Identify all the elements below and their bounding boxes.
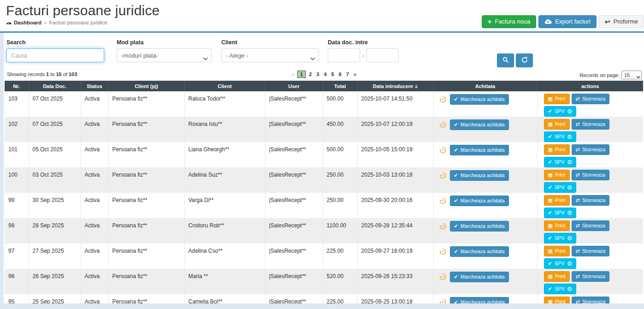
cell-user: |SalesRecept** (265, 269, 323, 294)
mark-paid-button[interactable]: ✔ Marcheaza achitata (450, 221, 509, 232)
pagination-page-1[interactable]: 1 (297, 71, 306, 78)
check-icon: ✔ (454, 274, 458, 279)
history-icon[interactable] (439, 172, 446, 180)
storno-button[interactable]: ⇄ Storneaza (572, 195, 609, 206)
mark-paid-button[interactable]: ✔ Marcheaza achitata (450, 196, 509, 206)
history-icon[interactable] (439, 273, 446, 282)
spv-button[interactable]: ✔ SPV ⚙ (544, 131, 577, 142)
history-icon[interactable] (439, 223, 446, 231)
print-button[interactable]: ▦ Print (544, 94, 570, 104)
mark-paid-button[interactable]: ✔ Marcheaza achitata (450, 272, 509, 282)
storno-button[interactable]: ⇄ Storneaza (572, 271, 609, 282)
gear-icon: ⚙ (567, 261, 573, 266)
export-invoices-button[interactable]: Export facturi (538, 15, 597, 28)
storno-button[interactable]: ⇄ Storneaza (572, 144, 609, 155)
storno-button[interactable]: ⇄ Storneaza (572, 94, 609, 104)
col-header-client[interactable]: Client (184, 81, 265, 91)
spv-button[interactable]: ✔ SPV ⚙ (544, 157, 577, 167)
cell-status: Activa (81, 244, 108, 269)
print-button[interactable]: ▦ Print (544, 195, 570, 206)
cell-achitata: ✔ Marcheaza achitata (433, 117, 537, 142)
history-icon[interactable] (439, 299, 446, 303)
spv-button[interactable]: ✔ SPV ⚙ (544, 208, 577, 218)
cell-user: |SalesRecept** (265, 167, 323, 193)
mod-plata-label: Mod plata (117, 39, 212, 46)
refresh-button[interactable] (516, 53, 533, 67)
col-header-status[interactable]: Status (81, 81, 108, 91)
client-select[interactable]: - Alege - (221, 48, 319, 62)
col-header-user[interactable]: User (265, 81, 323, 91)
pagination-page-7[interactable]: 7 (345, 71, 350, 77)
print-button[interactable]: ▦ Print (544, 220, 570, 231)
pagination-prev[interactable]: « (290, 71, 295, 77)
mod-plata-select[interactable]: -moduri plata- (117, 48, 212, 62)
spv-button[interactable]: ✔ SPV ⚙ (544, 284, 577, 294)
spv-button[interactable]: ✔ SPV ⚙ (544, 258, 577, 269)
cell-user: |SalesRecept** (265, 193, 323, 218)
exchange-icon: ⇄ (576, 299, 580, 303)
spv-button[interactable]: ✔ SPV ⚙ (544, 182, 577, 193)
storno-button[interactable]: ⇄ Storneaza (572, 297, 609, 303)
col-header-data-introducere[interactable]: Data introducere (357, 81, 433, 91)
col-header-actions[interactable]: actions (537, 81, 643, 91)
invoices-table: Nr. Data Doc. Status Client (pj) Client … (5, 81, 643, 303)
mark-paid-button[interactable]: ✔ Marcheaza achitata (450, 94, 509, 105)
plus-icon: + (488, 19, 492, 24)
table-icon: ▦ (548, 249, 553, 254)
storno-button[interactable]: ⇄ Storneaza (572, 170, 609, 180)
pagination-page-2[interactable]: 2 (307, 71, 313, 77)
history-icon[interactable] (439, 197, 446, 206)
storno-button[interactable]: ⇄ Storneaza (572, 246, 609, 256)
spv-button[interactable]: ✔ SPV ⚙ (544, 233, 577, 244)
date-range-label: Data doc. intre (328, 39, 402, 46)
records-per-page-select[interactable]: 15 (621, 71, 642, 79)
history-icon[interactable] (439, 121, 446, 130)
table-row: 101 05 Oct 2025 Activa Persoana fiz** Li… (5, 142, 643, 167)
new-invoice-button[interactable]: + Factura noua (482, 15, 536, 28)
history-icon[interactable] (439, 147, 446, 155)
print-button[interactable]: ▦ Print (544, 297, 570, 303)
cell-achitata: ✔ Marcheaza achitata (433, 167, 537, 193)
date-to-input[interactable] (366, 48, 399, 62)
date-from-input[interactable] (328, 48, 360, 62)
col-header-total[interactable]: Total (323, 81, 357, 91)
cell-client: Adelina Suz** (184, 167, 265, 193)
col-header-achitata[interactable]: Achitata (433, 81, 537, 91)
pagination-next[interactable]: » (352, 71, 358, 77)
history-icon[interactable] (439, 96, 446, 104)
breadcrumb-dashboard-link[interactable]: Dashboard (6, 20, 41, 25)
cell-data-introducere: 2025-10-05 15:00:19 (357, 142, 433, 167)
mark-paid-button[interactable]: ✔ Marcheaza achitata (450, 246, 509, 257)
cell-client-pj: Persoana fiz** (108, 142, 184, 167)
col-header-nr[interactable]: Nr. (5, 81, 29, 91)
page-header: Facturi persoane juridice Dashboard > Fa… (0, 0, 644, 33)
print-button[interactable]: ▦ Print (544, 246, 570, 256)
pagination-page-5[interactable]: 5 (330, 71, 336, 77)
history-icon[interactable] (439, 248, 446, 256)
check-icon: ✔ (548, 286, 552, 291)
print-button[interactable]: ▦ Print (544, 144, 570, 155)
pagination-page-4[interactable]: 4 (322, 71, 328, 77)
table-icon: ▦ (548, 96, 553, 101)
cell-total: 520.00 (323, 269, 357, 294)
proforme-button[interactable]: ↩ Proforme (599, 15, 644, 28)
spv-button[interactable]: ✔ SPV ⚙ (544, 106, 577, 117)
search-button[interactable] (497, 53, 514, 67)
print-button[interactable]: ▦ Print (544, 170, 570, 180)
print-button[interactable]: ▦ Print (544, 119, 570, 130)
col-header-data-doc[interactable]: Data Doc. (29, 81, 81, 91)
mark-paid-button[interactable]: ✔ Marcheaza achitata (450, 119, 509, 130)
table-icon: ▦ (548, 198, 553, 203)
pagination-page-3[interactable]: 3 (315, 71, 320, 77)
print-button[interactable]: ▦ Print (544, 271, 570, 282)
search-input[interactable] (6, 48, 104, 62)
mark-paid-button[interactable]: ✔ Marcheaza achitata (450, 145, 509, 155)
cell-data-doc: 05 Oct 2025 (29, 142, 81, 167)
mark-paid-button[interactable]: ✔ Marcheaza achitata (450, 170, 509, 181)
storno-button[interactable]: ⇄ Storneaza (572, 220, 609, 231)
mark-paid-button[interactable]: ✔ Marcheaza achitata (450, 297, 509, 303)
storno-button[interactable]: ⇄ Storneaza (572, 119, 609, 130)
col-header-client-pj[interactable]: Client (pj) (108, 81, 184, 91)
cell-actions: ▦ Print ⇄ Storneaza ✔ SPV ⚙ (537, 269, 643, 294)
pagination-page-6[interactable]: 6 (337, 71, 343, 77)
